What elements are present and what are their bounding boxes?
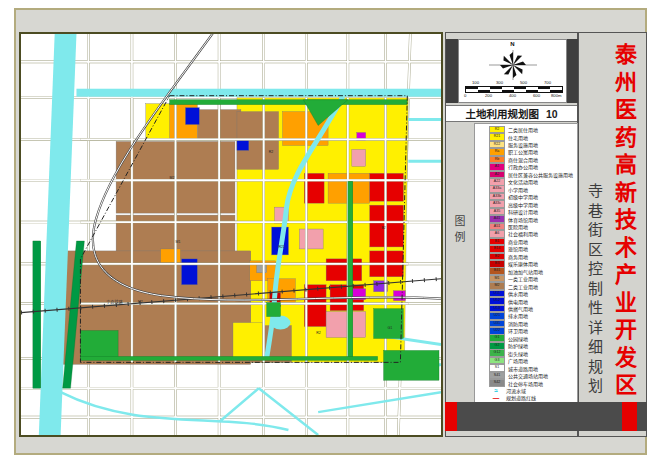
legend-item-label: 公园绿地 [508, 335, 528, 342]
legend-swatch: A41 [489, 215, 505, 223]
legend-item: U31消防用地 [489, 320, 576, 327]
legend-item-label: 初级中学用地 [508, 193, 538, 200]
legend-item: A35科研设计用地 [489, 208, 576, 215]
svg-text:M1: M1 [176, 240, 181, 244]
legend-swatch: G3 [489, 357, 505, 365]
legend-item-label: 旅馆用地 [508, 245, 528, 252]
legend-swatch: Ra [489, 148, 505, 156]
legend-item-label: 医院用地 [508, 223, 528, 230]
map-title-bar: 土地利用规划图 10 [446, 105, 577, 122]
legend-swatch: S42 [489, 379, 505, 387]
legend-item: G12街头绿地 [489, 350, 576, 357]
legend-item-label: 社会福利用地 [508, 230, 538, 237]
legend-item-label: 科研设计用地 [508, 208, 538, 215]
legend-item-label: 排水用地 [508, 312, 528, 319]
legend-item: ≈河流水域 [489, 387, 576, 394]
legend-swatch: B14 [489, 245, 505, 253]
legend-item: A33a小学用地 [489, 186, 576, 193]
legend-item: R2二类居住用地 [489, 126, 576, 133]
legend-swatch: A1 [489, 163, 505, 171]
legend-water-symbol: ≈ [489, 388, 503, 394]
legend-item-label: 行政办公用地 [508, 163, 538, 170]
legend-item: Rb商住混合用地 [489, 156, 576, 163]
scale-bar: 100 300 500 700 0 200 400 600 800m [464, 80, 562, 99]
legend-swatch: S41 [489, 372, 505, 380]
legend-item-label: 供燃气用地 [508, 305, 533, 312]
legend-item: U11供水用地 [489, 290, 576, 297]
legend-item-label: 广场用地 [508, 357, 528, 364]
legend-item-label: 商住混合用地 [508, 156, 538, 163]
compass-rose-icon [459, 46, 568, 80]
legend-swatch: U31 [489, 320, 505, 328]
legend-redline-symbol: — [489, 395, 503, 401]
legend-item: A2居住区兼容公共服务设施用地 [489, 171, 576, 178]
legend-swatch: B3 [489, 260, 505, 268]
legend-swatch: S1 [489, 364, 505, 372]
legend-swatch: A35 [489, 208, 505, 216]
legend-item-label: 服务设施用地 [508, 141, 538, 148]
legend-swatch: A33b [489, 193, 505, 201]
legend-item-label: 公共交通场站用地 [508, 372, 548, 379]
legend-swatch: B41 [489, 267, 505, 275]
legend-item-label: 防护绿地 [508, 342, 528, 349]
legend-item-label: 街头绿地 [508, 350, 528, 357]
legend-item-label: 社会停车场用地 [508, 380, 543, 387]
legend-item-label: 一类工业用地 [508, 275, 538, 282]
legend-item: B3娱乐康体用地 [489, 260, 576, 267]
panel-dark-bar-left [446, 39, 458, 103]
legend-item: G2防护绿地 [489, 342, 576, 349]
compass-box: N [458, 39, 567, 103]
land-use-map: M2 M2 M1 R2 R2 R21 B2 G1 宁启铁路 [19, 32, 443, 437]
legend-item: G3广场用地 [489, 357, 576, 364]
legend-swatch: Rb [489, 156, 505, 164]
legend-item: B2商务用地 [489, 253, 576, 260]
legend-item-label: 小学用地 [508, 186, 528, 193]
svg-text:M2: M2 [170, 176, 175, 180]
svg-text:G1: G1 [388, 326, 393, 330]
legend-swatch: R2 [489, 126, 505, 134]
legend-item: R22服务设施用地 [489, 141, 576, 148]
legend-item-label: 城市道路用地 [508, 365, 538, 372]
legend-item-label: 职工公寓用地 [508, 148, 538, 155]
legend-item: S1城市道路用地 [489, 365, 576, 372]
title-panel: 寺巷街区控制性详细规划 泰州医药高新技术产业开发区 [578, 32, 647, 437]
legend-item: A22文化活动用地 [489, 178, 576, 185]
legend-swatch: U22 [489, 327, 505, 335]
legend-item: A33c高级中学用地 [489, 201, 576, 208]
plan-sheet: M2 M2 M1 R2 R2 R21 B2 G1 宁启铁路 N [0, 0, 661, 463]
legend-swatch: G2 [489, 342, 505, 350]
legend-item: M2二类工业用地 [489, 283, 576, 290]
legend-item-label: 体育场馆用地 [508, 216, 538, 223]
legend-item-label: 高级中学用地 [508, 201, 538, 208]
panel-dark-bar-right [567, 39, 578, 103]
legend-item: —规划道路红线 [489, 394, 576, 401]
legend-item-label: 供电用地 [508, 298, 528, 305]
legend-swatch: U13 [489, 305, 505, 313]
map-number: 10 [546, 108, 558, 120]
bottom-dark-bar [445, 402, 647, 431]
legend-item: A6社会福利用地 [489, 230, 576, 237]
legend-item: S42社会停车场用地 [489, 379, 576, 386]
svg-text:R2: R2 [316, 331, 320, 335]
legend-swatch: R21 [489, 133, 505, 141]
legend-list: R2二类居住用地 R21住宅用地 R22服务设施用地 Ra职工公寓用地 Rb商住… [474, 123, 578, 405]
legend-swatch: U12 [489, 297, 505, 305]
legend-item: A51医院用地 [489, 223, 576, 230]
legend-item-label: 规划道路红线 [506, 394, 536, 401]
sheet-mat: M2 M2 M1 R2 R2 R21 B2 G1 宁启铁路 N [14, 8, 647, 455]
legend-label: 图例 [451, 215, 467, 247]
legend-item: G1公园绿地 [489, 335, 576, 342]
legend-panel: N [445, 32, 578, 437]
legend-item: M1一类工业用地 [489, 275, 576, 282]
legend-item-label: 环卫用地 [508, 327, 528, 334]
legend-swatch: B1 [489, 238, 505, 246]
legend-item-label: 商业用地 [508, 238, 528, 245]
legend-swatch: G12 [489, 349, 505, 357]
legend-item-label: 娱乐康体用地 [508, 260, 538, 267]
legend-item: B1商业用地 [489, 238, 576, 245]
legend-swatch: A2 [489, 171, 505, 179]
legend-item-label: 二类工业用地 [508, 283, 538, 290]
red-block-left [445, 402, 457, 431]
legend-swatch: A6 [489, 230, 505, 238]
red-block-right [622, 402, 637, 431]
